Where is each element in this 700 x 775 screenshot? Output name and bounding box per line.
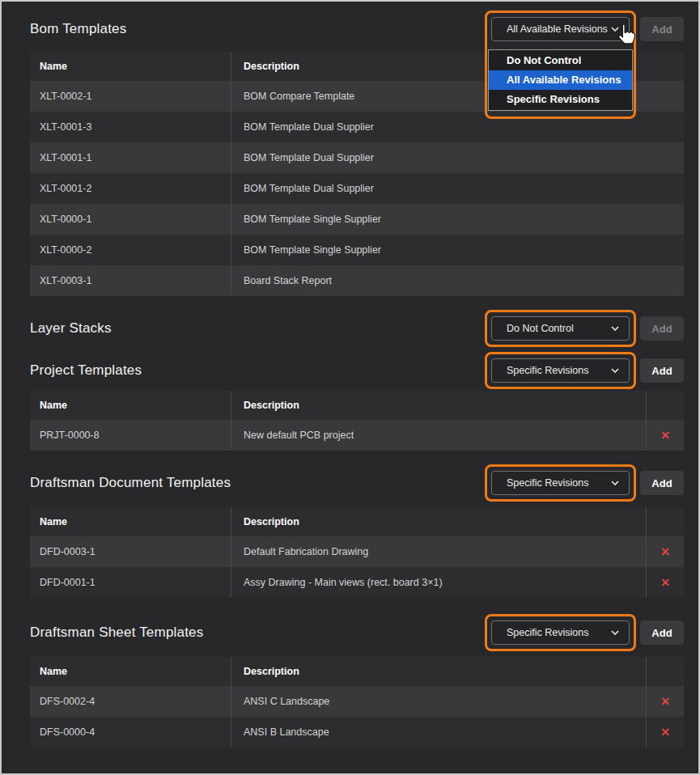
bom-revision-dropdown-menu: Do Not Control All Available Revisions S…: [488, 49, 633, 111]
menu-item-all-available-revisions[interactable]: All Available Revisions: [489, 70, 632, 90]
row-description: BOM Template Single Supplier: [231, 235, 684, 265]
section-title-project-templates: Project Templates: [30, 362, 142, 379]
table-row[interactable]: DFS-0002-4 ANSI C Landscape ✕: [30, 686, 684, 717]
delete-icon[interactable]: ✕: [660, 726, 670, 739]
row-description: BOM Template Dual Supplier: [231, 173, 684, 204]
draftsman-sheet-add-button[interactable]: Add: [640, 620, 684, 645]
row-name: XLT-0001-1: [30, 152, 231, 163]
row-description: BOM Template Single Supplier: [231, 204, 684, 235]
menu-item-specific-revisions[interactable]: Specific Revisions: [489, 90, 632, 109]
chevron-down-icon: [611, 481, 619, 485]
table-row[interactable]: DFD-0003-1 Default Fabrication Drawing ✕: [30, 536, 684, 567]
chevron-down-icon: [611, 630, 619, 635]
column-header-name: Name: [30, 400, 231, 411]
templates-settings-page: Bom Templates All Available Revisions Do…: [0, 0, 700, 775]
bom-revision-select[interactable]: All Available Revisions: [491, 17, 630, 41]
table-header-row: Name Description: [30, 507, 684, 536]
project-templates-revision-select[interactable]: Specific Revisions: [491, 358, 630, 383]
row-description: ANSI C Landscape: [231, 686, 646, 717]
row-description: New default PCB project: [231, 420, 646, 451]
row-name: XLT-0000-1: [30, 214, 231, 225]
section-title-draftsman-sheet-templates: Draftsman Sheet Templates: [30, 625, 203, 641]
draftsman-document-add-button[interactable]: Add: [640, 471, 684, 495]
table-header-row: Name Description: [30, 657, 684, 686]
table-row[interactable]: XLT-0003-1 Board Stack Report: [30, 265, 684, 296]
row-description: Board Stack Report: [231, 265, 684, 296]
chevron-down-icon: [611, 326, 619, 331]
section-draftsman-document-templates: Draftsman Document Templates Specific Re…: [30, 464, 684, 598]
row-description: BOM Template Dual Supplier: [231, 112, 684, 142]
row-name: DFD-0003-1: [30, 546, 231, 557]
column-header-description: Description: [231, 507, 646, 536]
menu-item-do-not-control[interactable]: Do Not Control: [489, 51, 632, 70]
table-row[interactable]: XLT-0000-2 BOM Template Single Supplier: [30, 235, 684, 265]
row-name: XLT-0001-2: [30, 183, 231, 194]
layer-stacks-add-button[interactable]: Add: [640, 316, 684, 341]
section-project-templates: Project Templates Specific Revisions Add…: [30, 351, 684, 451]
section-title-bom-templates: Bom Templates: [30, 21, 126, 37]
draftsman-document-templates-table: Name Description DFD-0003-1 Default Fabr…: [30, 507, 684, 598]
section-bom-templates: Bom Templates All Available Revisions Do…: [30, 11, 684, 296]
row-name: PRJT-0000-8: [30, 430, 231, 441]
chevron-down-icon: [611, 27, 619, 32]
column-header-description: Description: [231, 391, 646, 420]
column-header-name: Name: [30, 61, 231, 72]
row-name: XLT-0000-2: [30, 244, 231, 256]
section-draftsman-sheet-templates: Draftsman Sheet Templates Specific Revis…: [30, 613, 684, 747]
row-name: XLT-0001-3: [30, 121, 231, 133]
draftsman-document-revision-select[interactable]: Specific Revisions: [491, 471, 630, 495]
chevron-down-icon: [611, 368, 619, 373]
project-templates-add-button[interactable]: Add: [640, 358, 684, 383]
row-name: XLT-0003-1: [30, 275, 231, 286]
row-description: Default Fabrication Drawing: [231, 536, 646, 567]
section-title-draftsman-document-templates: Draftsman Document Templates: [30, 475, 231, 491]
draftsman-sheet-revision-select-value: Specific Revisions: [507, 627, 588, 638]
section-layer-stacks: Layer Stacks Do Not Control Add: [30, 309, 684, 348]
draftsman-document-revision-select-value: Specific Revisions: [507, 477, 588, 489]
table-row[interactable]: XLT-0001-2 BOM Template Dual Supplier: [30, 173, 684, 204]
draftsman-sheet-revision-select[interactable]: Specific Revisions: [491, 620, 630, 645]
column-header-actions: [646, 657, 684, 686]
delete-icon[interactable]: ✕: [660, 545, 670, 558]
table-header-row: Name Description: [30, 391, 684, 420]
table-row[interactable]: XLT-0000-1 BOM Template Single Supplier: [30, 204, 684, 235]
layer-stacks-revision-select-value: Do Not Control: [507, 323, 574, 334]
row-name: DFD-0001-1: [30, 577, 231, 588]
draftsman-sheet-templates-table: Name Description DFS-0002-4 ANSI C Lands…: [30, 657, 684, 747]
project-templates-revision-select-value: Specific Revisions: [507, 365, 588, 376]
column-header-actions: [646, 391, 684, 420]
row-name: DFS-0000-4: [30, 726, 231, 738]
table-row[interactable]: XLT-0001-1 BOM Template Dual Supplier: [30, 142, 684, 173]
column-header-name: Name: [30, 666, 231, 677]
layer-stacks-revision-select[interactable]: Do Not Control: [491, 316, 630, 341]
row-description: BOM Template Dual Supplier: [231, 142, 684, 173]
column-header-actions: [646, 507, 684, 536]
delete-icon[interactable]: ✕: [660, 429, 670, 442]
bom-revision-select-value: All Available Revisions: [507, 23, 608, 35]
table-row[interactable]: DFD-0001-1 Assy Drawing - Main views (re…: [30, 567, 684, 598]
row-name: DFS-0002-4: [30, 696, 231, 707]
row-description: ANSI B Landscape: [231, 717, 646, 747]
section-title-layer-stacks: Layer Stacks: [30, 320, 112, 337]
row-name: XLT-0002-1: [30, 91, 231, 102]
delete-icon[interactable]: ✕: [660, 695, 670, 708]
table-row[interactable]: XLT-0001-3 BOM Template Dual Supplier: [30, 112, 684, 142]
delete-icon[interactable]: ✕: [660, 576, 670, 589]
table-row[interactable]: PRJT-0000-8 New default PCB project ✕: [30, 420, 684, 451]
table-row[interactable]: DFS-0000-4 ANSI B Landscape ✕: [30, 717, 684, 747]
project-templates-table: Name Description PRJT-0000-8 New default…: [30, 391, 684, 451]
row-description: Assy Drawing - Main views (rect. board 3…: [231, 567, 646, 598]
bom-add-button[interactable]: Add: [640, 17, 684, 41]
column-header-description: Description: [231, 657, 646, 686]
column-header-name: Name: [30, 516, 231, 527]
